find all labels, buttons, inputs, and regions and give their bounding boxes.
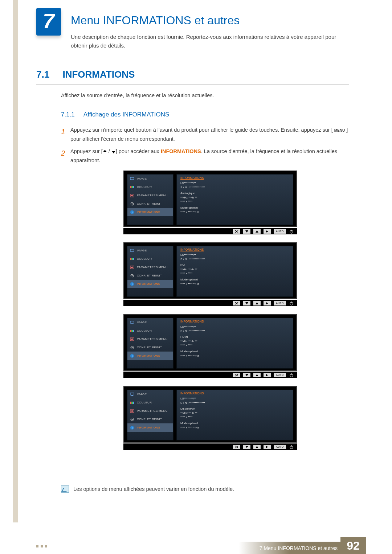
svg-marker-9 <box>132 194 134 197</box>
menu-item-icon: i <box>130 210 135 214</box>
osd-menu-item: iINFORMATIONS <box>127 423 173 432</box>
menu-item-icon: i <box>130 354 135 358</box>
svg-rect-4 <box>130 186 131 188</box>
osd-optimal-label: Mode optimal <box>180 278 289 282</box>
close-icon <box>233 301 240 305</box>
svg-marker-46 <box>131 338 132 340</box>
menu-item-label: CONF. ET REINIT. <box>137 346 163 349</box>
osd-block: IMAGECOULEURPARAMETRES MENUCONF. ET REIN… <box>123 314 297 378</box>
section-title: INFORMATIONS <box>62 69 135 80</box>
svg-point-11 <box>132 203 133 204</box>
menu-item-icon: i <box>130 426 135 430</box>
auto-button: AUTO <box>274 301 286 305</box>
menu-item-icon <box>130 274 135 278</box>
menu-item-icon <box>130 257 135 261</box>
down-arrow-icon <box>243 373 250 377</box>
section-number: 7.1 <box>36 69 61 80</box>
osd-panel-title: INFORMATIONS <box>177 246 293 252</box>
menu-item-label: IMAGE <box>137 177 147 180</box>
osd-block: IMAGECOULEURPARAMETRES MENUCONF. ET REIN… <box>123 242 297 306</box>
menu-item-icon <box>130 417 135 422</box>
footer-breadcrumb: 7 Menu INFORMATIONS et autres <box>260 545 338 551</box>
osd-model: LS********/** <box>180 325 289 329</box>
osd-panel-body: LS********/**S / N : **************DVI**… <box>177 252 293 287</box>
step-number: 2 <box>61 147 70 165</box>
osd-block: IMAGECOULEURPARAMETRES MENUCONF. ET REIN… <box>123 171 297 234</box>
up-down-arrow-icon: / <box>103 149 116 154</box>
osd-button-bar: AUTO <box>123 300 297 306</box>
svg-rect-42 <box>130 330 131 332</box>
footer-bar: 7 Menu INFORMATIONS et autres 92 <box>236 537 392 554</box>
osd-menu-item: CONF. ET REINIT. <box>127 200 173 208</box>
subsection-number: 7.1.1 <box>61 111 82 118</box>
menu-item-icon <box>130 265 135 270</box>
section-text: Affichez la source d'entrée, la fréquenc… <box>61 93 348 98</box>
svg-rect-61 <box>130 402 131 404</box>
osd-source: DVI <box>180 263 289 267</box>
svg-marker-37 <box>266 302 268 304</box>
svg-marker-0 <box>103 150 107 152</box>
svg-rect-24 <box>132 258 133 260</box>
up-arrow-icon <box>253 373 261 377</box>
osd-panel-title: INFORMATIONS <box>177 318 293 324</box>
osd-frequency: **kHz **Hz ** <box>180 339 289 344</box>
menu-item-label: CONF. ET REINIT. <box>137 274 163 277</box>
osd-panel-body: LS********/**S / N : **************HDMI*… <box>177 324 293 358</box>
osd-serial: S / N : ************** <box>180 185 289 190</box>
menu-item-icon: i <box>130 282 135 286</box>
svg-rect-22 <box>131 252 133 252</box>
menu-item-label: IMAGE <box>137 249 147 252</box>
svg-marker-27 <box>131 266 132 268</box>
svg-rect-59 <box>130 393 134 395</box>
menu-item-label: INFORMATIONS <box>137 210 160 214</box>
svg-text:i: i <box>132 283 133 286</box>
menu-item-label: CONF. ET REINIT. <box>137 202 163 205</box>
menu-item-label: PARAMETRES MENU <box>137 409 168 413</box>
osd-menu-list: IMAGECOULEURPARAMETRES MENUCONF. ET REIN… <box>127 390 173 440</box>
page: 7 Menu INFORMATIONS et autres Une descri… <box>0 0 392 554</box>
osd-menu-item: COULEUR <box>127 398 173 407</box>
osd-serial: S / N : ************** <box>180 257 289 262</box>
down-arrow-icon <box>243 445 250 449</box>
step-1: 1 Appuyez sur n'importe quel bouton à l'… <box>61 126 351 143</box>
section-heading: 7.1 INFORMATIONS <box>36 69 348 80</box>
close-icon <box>233 373 240 377</box>
menu-item-label: IMAGE <box>137 393 147 396</box>
svg-rect-60 <box>131 395 133 396</box>
svg-marker-36 <box>256 302 258 304</box>
osd-panel-body: LS********/**S / N : **************Displ… <box>177 396 293 430</box>
svg-marker-75 <box>266 446 268 448</box>
auto-button: AUTO <box>274 373 286 377</box>
note-text: Les options de menu affichées peuvent va… <box>73 486 234 492</box>
osd-resolution: **** x **** <box>180 200 289 204</box>
menu-item-label: PARAMETRES MENU <box>137 194 168 197</box>
osd-panel-title: INFORMATIONS <box>177 390 293 396</box>
osd-menu-item: CONF. ET REINIT. <box>127 343 173 352</box>
osd-menu-item: IMAGE <box>127 246 173 255</box>
osd-button-bar: AUTO <box>123 228 297 234</box>
osd-optimal-label: Mode optimal <box>180 206 289 210</box>
menu-item-icon <box>130 202 135 206</box>
osd-info-panel: INFORMATIONSLS********/**S / N : *******… <box>176 174 293 225</box>
menu-item-icon <box>130 392 135 397</box>
osd-frequency: **kHz **Hz ** <box>180 196 289 200</box>
osd-optimal-value: **** x **** **Hz <box>180 282 289 286</box>
svg-marker-56 <box>266 374 268 376</box>
osd-menu-item: COULEUR <box>127 327 173 335</box>
svg-rect-3 <box>131 180 133 180</box>
close-icon <box>233 229 240 234</box>
osd-optimal-value: **** x **** **Hz <box>180 210 289 214</box>
osd-menu-item: CONF. ET REINIT. <box>127 415 173 423</box>
subsection-heading: 7.1.1 Affichage des INFORMATIONS <box>61 111 169 118</box>
svg-marker-66 <box>132 410 134 412</box>
footer: 7 Menu INFORMATIONS et autres 92 <box>0 537 392 554</box>
menu-item-label: INFORMATIONS <box>137 354 160 357</box>
note: Les options de menu affichées peuvent va… <box>61 485 348 493</box>
menu-item-label: IMAGE <box>137 321 147 324</box>
osd-screenshots: IMAGECOULEURPARAMETRES MENUCONF. ET REIN… <box>123 171 297 458</box>
osd-menu-item: COULEUR <box>127 255 173 263</box>
osd-source: HDMI <box>180 335 289 339</box>
svg-text:i: i <box>132 426 133 430</box>
svg-text:i: i <box>132 211 133 214</box>
menu-item-label: INFORMATIONS <box>137 426 160 429</box>
